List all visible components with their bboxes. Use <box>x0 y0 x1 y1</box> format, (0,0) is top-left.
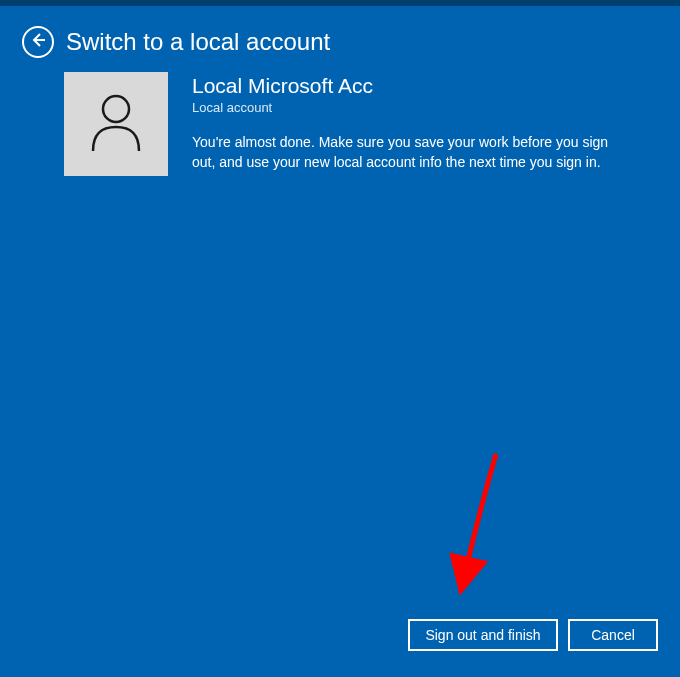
sign-out-finish-button[interactable]: Sign out and finish <box>408 619 558 651</box>
header: Switch to a local account <box>0 6 680 68</box>
arrow-left-icon <box>30 32 46 52</box>
content-area: Local Microsoft Acc Local account You're… <box>0 68 680 176</box>
svg-point-0 <box>103 96 129 122</box>
footer-buttons: Sign out and finish Cancel <box>408 619 658 651</box>
user-icon <box>87 91 145 157</box>
account-info: Local Microsoft Acc Local account You're… <box>192 72 622 176</box>
page-title: Switch to a local account <box>66 28 330 56</box>
cancel-button[interactable]: Cancel <box>568 619 658 651</box>
account-type: Local account <box>192 100 622 115</box>
account-name: Local Microsoft Acc <box>192 74 622 98</box>
account-description: You're almost done. Make sure you save y… <box>192 133 622 172</box>
avatar <box>64 72 168 176</box>
annotation-arrow-icon <box>388 446 508 606</box>
back-button[interactable] <box>22 26 54 58</box>
